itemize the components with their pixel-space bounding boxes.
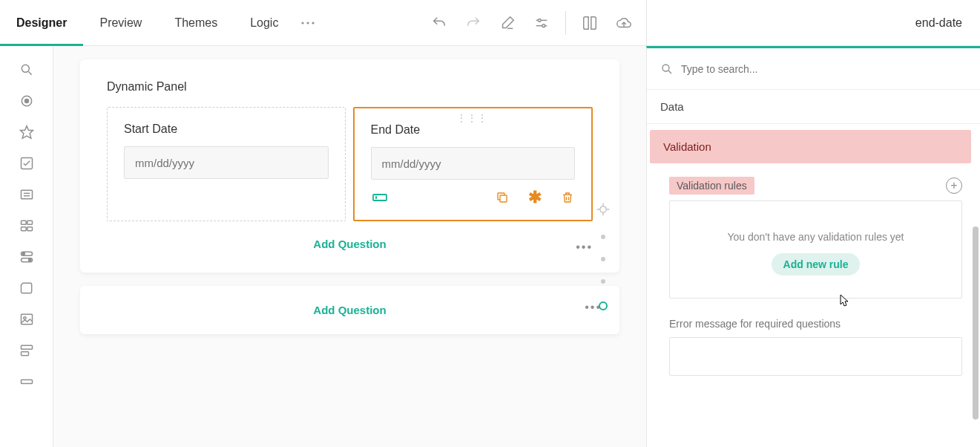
tab-logic[interactable]: Logic [234, 0, 295, 45]
svg-point-22 [22, 252, 24, 255]
svg-point-7 [22, 65, 29, 72]
question-end-date[interactable]: ⋮⋮⋮ End Date ✱ [353, 107, 593, 221]
question-label[interactable]: Start Date [124, 123, 329, 136]
text-icon[interactable] [18, 373, 36, 391]
scrollbar[interactable] [973, 226, 979, 447]
date-input[interactable] [371, 147, 576, 180]
required-error-label: Error message for required questions [669, 318, 962, 330]
matrix-icon[interactable] [18, 217, 36, 235]
question-start-date[interactable]: Start Date [107, 107, 346, 221]
tab-preview[interactable]: Preview [83, 0, 158, 45]
dropdown-icon[interactable] [18, 186, 36, 203]
section-data[interactable]: Data [647, 90, 980, 124]
adorner-dot[interactable] [601, 235, 605, 239]
search-icon[interactable] [18, 61, 36, 79]
svg-rect-17 [27, 221, 32, 224]
add-rule-icon[interactable]: + [946, 177, 962, 194]
toolbar-separator [565, 11, 566, 35]
image-icon[interactable] [18, 310, 36, 328]
svg-rect-29 [373, 195, 387, 200]
page-card[interactable]: Add Question ••• [80, 286, 619, 334]
add-new-rule-button[interactable]: Add new rule [772, 253, 861, 275]
radio-icon[interactable] [18, 92, 36, 110]
svg-rect-18 [21, 227, 26, 231]
svg-point-6 [542, 24, 545, 27]
adorner-dot[interactable] [601, 279, 605, 284]
drag-handle-icon[interactable]: ⋮⋮⋮ [457, 113, 488, 123]
delete-icon[interactable] [560, 190, 575, 205]
svg-rect-16 [21, 221, 26, 224]
toolbox-rail [0, 46, 53, 447]
question-label[interactable]: End Date [371, 123, 576, 137]
tab-themes[interactable]: Themes [158, 0, 234, 45]
file-icon[interactable] [18, 279, 36, 297]
add-question-button[interactable]: Add Question [313, 238, 386, 250]
toggle-icon[interactable] [18, 248, 36, 266]
svg-rect-27 [21, 352, 28, 356]
svg-point-0 [302, 22, 304, 24]
svg-rect-26 [21, 345, 32, 349]
adorner-rail [596, 202, 611, 310]
svg-line-40 [668, 71, 671, 74]
validation-rules-label: Validation rules [669, 177, 754, 195]
svg-rect-31 [500, 195, 507, 202]
svg-rect-13 [21, 190, 32, 199]
star-icon[interactable] [18, 123, 36, 141]
adorner-dot[interactable] [601, 257, 605, 261]
top-tabs: Designer Preview Themes Logic [0, 0, 295, 45]
settings-icon[interactable] [527, 8, 556, 38]
designer-canvas[interactable]: Dynamic Panel Start Date ⋮⋮⋮ End Date [53, 46, 646, 447]
svg-point-39 [662, 65, 669, 71]
svg-point-2 [312, 22, 315, 24]
search-icon [660, 62, 674, 76]
more-tabs-icon[interactable] [295, 22, 321, 25]
input-type-icon[interactable] [372, 190, 387, 205]
comment-icon[interactable] [18, 342, 36, 359]
selected-element-name: end-date [915, 16, 962, 30]
cloud-upload-icon[interactable] [609, 8, 639, 38]
add-question-button[interactable]: Add Question [313, 304, 386, 316]
eraser-icon[interactable] [493, 8, 522, 38]
svg-point-1 [307, 22, 309, 24]
duplicate-icon[interactable] [495, 190, 510, 205]
required-icon[interactable]: ✱ [527, 190, 542, 205]
tab-designer[interactable]: Designer [0, 0, 83, 45]
svg-point-10 [24, 99, 28, 103]
dynamic-panel[interactable]: Dynamic Panel Start Date ⋮⋮⋮ End Date [80, 59, 619, 273]
adorner-active-icon[interactable] [599, 301, 608, 310]
section-validation[interactable]: Validation [650, 130, 971, 163]
svg-point-5 [538, 19, 541, 22]
svg-rect-28 [21, 380, 32, 384]
redo-icon[interactable] [458, 8, 488, 38]
checkbox-icon[interactable] [18, 154, 36, 172]
validation-rules-box: You don't have any validation rules yet … [669, 200, 962, 298]
required-error-input[interactable] [669, 337, 962, 376]
panel-more-icon[interactable]: ••• [576, 241, 593, 254]
svg-point-25 [23, 317, 25, 319]
panel-title[interactable]: Dynamic Panel [107, 80, 593, 94]
svg-line-8 [28, 72, 31, 75]
property-panel: Data Validation Validation rules + You d… [646, 46, 980, 447]
svg-point-23 [28, 259, 30, 261]
empty-rules-text: You don't have any validation rules yet [685, 231, 947, 243]
svg-rect-19 [27, 227, 32, 231]
book-icon[interactable] [575, 8, 605, 38]
locate-icon[interactable] [596, 202, 611, 217]
undo-icon[interactable] [424, 8, 454, 38]
property-search-input[interactable] [681, 63, 967, 75]
svg-marker-11 [20, 126, 33, 139]
date-input[interactable] [124, 146, 329, 179]
svg-point-34 [600, 206, 606, 212]
